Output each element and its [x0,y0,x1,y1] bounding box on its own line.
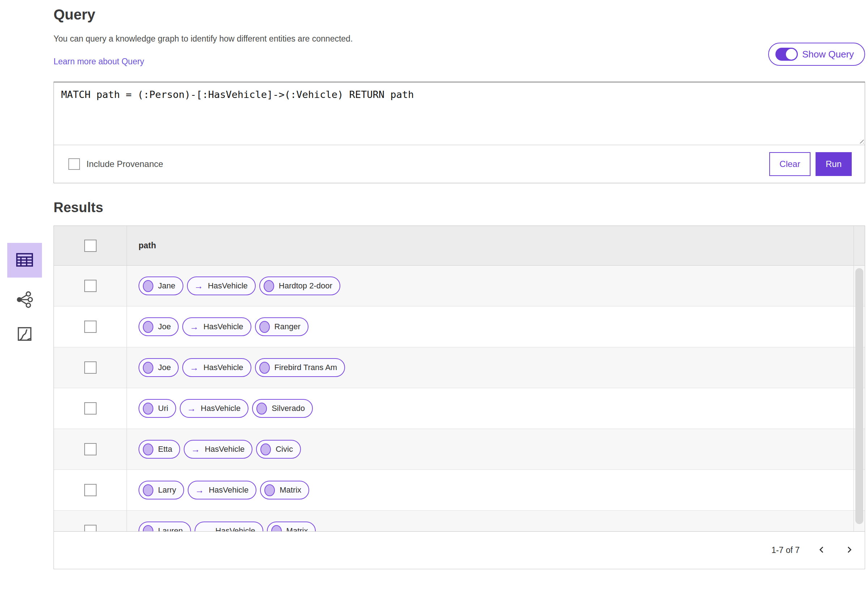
entity-label: Firebird Trans Am [275,363,337,372]
path-cell: Larry → HasVehicle Matrix [127,470,865,510]
table-icon [15,250,34,271]
results-title: Results [53,200,865,215]
row-select-cell [54,429,127,470]
pagination-range: 1-7 of 7 [771,545,800,555]
show-query-toggle[interactable]: Show Query [768,43,865,66]
relationship-pill[interactable]: → HasVehicle [182,358,251,377]
entity-label: Etta [158,445,172,454]
relationship-label: HasVehicle [203,322,243,331]
select-all-checkbox[interactable] [84,240,97,252]
entity-pill-target[interactable]: Silverado [252,399,313,418]
relationship-label: HasVehicle [209,485,248,495]
entity-pill-target[interactable]: Civic [256,440,301,459]
relationship-label: HasVehicle [208,281,248,290]
query-main: Query You can query a knowledge graph to… [53,0,865,569]
path-cell: Lauren → HasVehicle Matrix [127,511,865,532]
row-select-cell [54,266,127,306]
row-checkbox[interactable] [84,443,97,455]
map-icon [16,325,33,343]
entity-pill-target[interactable]: Firebird Trans Am [255,358,345,377]
query-action-buttons: Clear Run [769,152,852,176]
row-checkbox[interactable] [84,525,97,532]
entity-label: Jane [158,281,176,290]
row-select-cell [54,470,127,510]
row-select-cell [54,388,127,429]
node-circle-icon [143,403,154,415]
row-select-cell [54,306,127,347]
pagination-next-button[interactable] [844,544,855,556]
include-provenance-checkbox[interactable] [68,158,80,170]
results-view-switcher [7,243,42,343]
path-cell: Etta → HasVehicle Civic [127,429,865,470]
path-cell: Joe → HasVehicle Firebird Trans Am [127,347,865,388]
relationship-pill[interactable]: → HasVehicle [182,317,251,336]
link-chart-view-button[interactable] [16,290,34,310]
chevron-left-icon [816,544,827,556]
entity-label: Joe [158,322,171,331]
run-button[interactable]: Run [816,152,852,176]
learn-more-link[interactable]: Learn more about Query [53,57,144,66]
table-scrollbar[interactable] [853,226,865,531]
entity-label: Lauren [158,526,183,532]
path-column-header: path [127,226,865,265]
arrow-right-icon: → [187,404,196,413]
relationship-label: HasVehicle [216,526,255,532]
table-row: Uri → HasVehicle Silverado [54,388,865,429]
results-rows: Jane → HasVehicle Hardtop 2-door Joe → H… [54,266,865,532]
row-checkbox[interactable] [84,484,97,496]
row-checkbox[interactable] [84,361,97,374]
relationship-pill[interactable]: → HasVehicle [188,481,257,499]
node-circle-icon [264,484,275,496]
scrollbar-thumb[interactable] [855,268,863,524]
clear-button[interactable]: Clear [769,152,810,176]
path-cell: Uri → HasVehicle Silverado [127,388,865,429]
entity-pill-source[interactable]: Jane [139,277,183,295]
relationship-pill[interactable]: → HasVehicle [180,399,248,418]
relationship-pill[interactable]: → HasVehicle [187,277,256,295]
arrow-right-icon: → [189,363,199,372]
relationship-pill[interactable]: → HasVehicle [184,440,252,459]
entity-pill-source[interactable]: Larry [139,481,184,499]
path-cell: Jane → HasVehicle Hardtop 2-door [127,266,865,306]
entity-pill-target[interactable]: Matrix [267,521,316,532]
entity-pill-source[interactable]: Lauren [139,521,191,532]
link-chart-icon [16,290,34,310]
relationship-label: HasVehicle [201,404,241,413]
table-row: Lauren → HasVehicle Matrix [54,511,865,532]
table-view-button[interactable] [7,243,42,278]
row-checkbox[interactable] [84,321,97,333]
pagination-bar: 1-7 of 7 [53,532,865,569]
map-view-button[interactable] [16,325,33,343]
entity-pill-source[interactable]: Joe [139,358,179,377]
row-select-cell [54,347,127,388]
entity-pill-source[interactable]: Uri [139,399,176,418]
results-table: path Jane → HasVehicle Hardtop 2-door [53,225,865,532]
entity-pill-target[interactable]: Matrix [260,481,309,499]
query-editor-footer: Include Provenance Clear Run [54,145,865,183]
relationship-pill[interactable]: → HasVehicle [195,521,263,532]
node-circle-icon [259,321,270,333]
node-circle-icon [143,362,154,374]
entity-label: Civic [276,445,293,454]
arrow-right-icon: → [202,527,211,532]
query-input[interactable]: MATCH path = (:Person)-[:HasVehicle]->(:… [54,82,865,144]
entity-label: Ranger [275,322,301,331]
node-circle-icon [143,443,154,455]
row-select-cell [54,511,127,532]
include-provenance-option[interactable]: Include Provenance [68,158,163,170]
pagination-prev-button[interactable] [816,544,827,556]
entity-pill-source[interactable]: Etta [139,440,180,459]
entity-pill-target[interactable]: Hardtop 2-door [259,277,340,295]
entity-label: Joe [158,363,171,372]
node-circle-icon [260,443,271,455]
entity-pill-source[interactable]: Joe [139,317,179,336]
row-checkbox[interactable] [84,280,97,292]
entity-label: Larry [158,485,176,495]
entity-pill-target[interactable]: Ranger [255,317,309,336]
row-checkbox[interactable] [84,402,97,415]
node-circle-icon [271,525,282,532]
query-editor-panel: MATCH path = (:Person)-[:HasVehicle]->(:… [53,82,865,183]
arrow-right-icon: → [195,486,204,495]
results-table-header: path [54,226,865,266]
table-row: Etta → HasVehicle Civic [54,429,865,470]
